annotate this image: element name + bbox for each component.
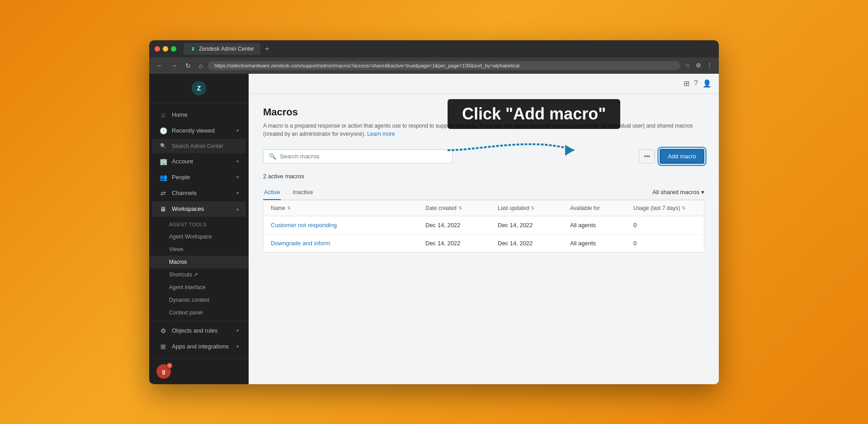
- home-nav-button[interactable]: ⌂: [196, 60, 205, 71]
- macro-usage-1: 0: [633, 240, 697, 247]
- more-options-button[interactable]: •••: [639, 149, 655, 163]
- sidebar-sub-item-context-panel[interactable]: Context panel: [149, 306, 249, 319]
- sidebar: Z ⌂ Home 🕐 Recently viewed ▾ 🔍 Search Ad…: [149, 74, 249, 384]
- sidebar-sub-item-shortcuts[interactable]: Shortcuts ↗: [149, 268, 249, 281]
- add-macro-button[interactable]: Add macro: [660, 149, 704, 164]
- search-macros-icon: 🔍: [269, 153, 276, 160]
- sidebar-item-account[interactable]: 🏢 Account ▾: [152, 154, 246, 169]
- sidebar-item-search[interactable]: 🔍 Search Admin Center: [152, 139, 246, 153]
- table-header: Name ⇅ Date created ⇅ Last updated ⇅ A: [264, 200, 704, 216]
- macro-usage-0: 0: [633, 222, 697, 229]
- app-container: Z ⌂ Home 🕐 Recently viewed ▾ 🔍 Search Ad…: [149, 74, 719, 384]
- page-title: Macros: [263, 106, 704, 118]
- user-icon[interactable]: 👤: [703, 79, 712, 88]
- new-tab-button[interactable]: +: [262, 44, 272, 54]
- macro-name-0[interactable]: Customer not responding: [271, 222, 425, 229]
- updated-sort-icon: ⇅: [531, 205, 534, 210]
- apps-integrations-icon: ⊞: [159, 343, 167, 350]
- sidebar-item-home-label: Home: [172, 111, 239, 118]
- search-sidebar-icon: 🔍: [159, 143, 167, 149]
- th-name[interactable]: Name ⇅: [271, 205, 425, 211]
- browser-titlebar: Z Zendesk Admin Center +: [149, 40, 719, 57]
- home-icon: ⌂: [159, 111, 167, 119]
- workspaces-chevron-icon: ▴: [236, 206, 239, 211]
- th-last-updated[interactable]: Last updated ⇅: [498, 205, 570, 211]
- th-date-created[interactable]: Date created ⇅: [425, 205, 498, 211]
- th-usage[interactable]: Usage (last 7 days) ⇅: [633, 205, 697, 211]
- minimize-traffic-light[interactable]: [163, 46, 168, 52]
- tab-active[interactable]: Active: [263, 185, 281, 200]
- workspaces-icon: 🖥: [159, 205, 167, 213]
- maximize-traffic-light[interactable]: [171, 46, 176, 52]
- sidebar-item-workspaces[interactable]: 🖥 Workspaces ▴: [152, 201, 246, 217]
- page-content: Click "Add macro" Macros A macro is a pr…: [249, 94, 719, 384]
- shared-filter-button[interactable]: All shared macros ▾: [652, 189, 704, 195]
- main-content: ⊞ ? 👤 Click "Add macro" Macros A macro: [249, 74, 719, 384]
- sidebar-item-people[interactable]: 👥 People ▾: [152, 170, 246, 185]
- sidebar-bottom: g 1: [149, 358, 249, 384]
- sidebar-item-recently-viewed[interactable]: 🕐 Recently viewed ▾: [152, 123, 246, 138]
- macros-search-box[interactable]: 🔍: [263, 149, 453, 163]
- clock-icon: 🕐: [159, 127, 167, 134]
- filter-chevron-icon: ▾: [701, 189, 704, 195]
- sidebar-item-channels[interactable]: ⇄ Channels ▾: [152, 186, 246, 201]
- zendesk-favicon: Z: [190, 46, 196, 52]
- toolbar-actions: ☆ ⚙ ⋮: [683, 60, 714, 71]
- address-bar[interactable]: [208, 61, 680, 70]
- sidebar-sub-item-agent-interface[interactable]: Agent interface: [149, 281, 249, 294]
- recently-viewed-chevron-icon: ▾: [236, 128, 239, 133]
- objects-rules-chevron-icon: ▾: [236, 328, 239, 333]
- browser-window: Z Zendesk Admin Center + ← → ↻ ⌂ ☆ ⚙ ⋮ Z: [149, 40, 719, 384]
- tab-inactive[interactable]: Inactive: [292, 185, 314, 200]
- sidebar-sub-item-views[interactable]: Views: [149, 243, 249, 256]
- zendesk-logo-icon: Z: [192, 81, 206, 95]
- macro-available-for-0: All agents: [570, 222, 633, 229]
- sidebar-sub-item-macros[interactable]: Macros: [149, 256, 249, 268]
- sidebar-item-apps-integrations[interactable]: ⊞ Apps and integrations ▾: [152, 339, 246, 354]
- sidebar-nav: ⌂ Home 🕐 Recently viewed ▾ 🔍 Search Admi…: [149, 103, 249, 358]
- sidebar-item-home[interactable]: ⌂ Home: [152, 107, 246, 123]
- apps-integrations-chevron-icon: ▾: [236, 344, 239, 349]
- learn-more-link[interactable]: Learn more: [367, 131, 395, 137]
- macro-available-for-1: All agents: [570, 240, 633, 247]
- close-traffic-light[interactable]: [155, 46, 160, 52]
- sidebar-item-recently-viewed-label: Recently viewed: [172, 127, 232, 134]
- avatar[interactable]: g 1: [156, 364, 171, 379]
- sidebar-item-objects-rules-label: Objects and rules: [172, 327, 232, 334]
- help-icon[interactable]: ?: [694, 79, 698, 87]
- account-chevron-icon: ▾: [236, 159, 239, 164]
- sidebar-item-apps-integrations-label: Apps and integrations: [172, 343, 232, 350]
- channels-icon: ⇄: [159, 190, 167, 197]
- tab-bar: Z Zendesk Admin Center +: [184, 43, 272, 55]
- grid-icon[interactable]: ⊞: [684, 79, 689, 88]
- people-icon: 👥: [159, 174, 167, 181]
- search-and-actions: 🔍 ••• Add macro: [263, 149, 704, 164]
- forward-button[interactable]: →: [168, 60, 180, 71]
- agent-tools-section: Agent tools Agent Workspace Views Macros…: [149, 219, 249, 319]
- active-browser-tab[interactable]: Z Zendesk Admin Center: [184, 43, 260, 55]
- extensions-icon[interactable]: ⚙: [694, 60, 703, 71]
- refresh-button[interactable]: ↻: [183, 60, 193, 71]
- usage-sort-icon: ⇅: [682, 205, 685, 210]
- search-macros-input[interactable]: [280, 153, 447, 160]
- browser-toolbar: ← → ↻ ⌂ ☆ ⚙ ⋮: [149, 57, 719, 74]
- name-sort-icon: ⇅: [287, 205, 291, 210]
- macro-last-updated-0: Dec 14, 2022: [498, 222, 570, 229]
- agent-tools-header: Agent tools: [149, 219, 249, 230]
- sidebar-logo: Z: [149, 74, 249, 103]
- notification-badge: 1: [166, 362, 173, 369]
- macro-date-created-1: Dec 14, 2022: [425, 240, 498, 247]
- sidebar-sub-item-dynamic-content[interactable]: Dynamic content: [149, 294, 249, 306]
- macro-name-1[interactable]: Downgrade and inform: [271, 240, 425, 247]
- sidebar-item-objects-rules[interactable]: ⚙ Objects and rules ▾: [152, 323, 246, 338]
- menu-icon[interactable]: ⋮: [705, 60, 714, 71]
- macros-table: Name ⇅ Date created ⇅ Last updated ⇅ A: [263, 200, 704, 252]
- sidebar-sub-item-agent-workspace[interactable]: Agent Workspace: [149, 230, 249, 243]
- top-bar: ⊞ ? 👤: [249, 74, 719, 94]
- bookmark-icon[interactable]: ☆: [683, 60, 692, 71]
- back-button[interactable]: ←: [154, 60, 165, 71]
- macro-date-created-0: Dec 14, 2022: [425, 222, 498, 229]
- sidebar-search-label: Search Admin Center: [172, 143, 239, 149]
- sidebar-item-account-label: Account: [172, 158, 232, 165]
- sidebar-item-workspaces-label: Workspaces: [172, 205, 232, 212]
